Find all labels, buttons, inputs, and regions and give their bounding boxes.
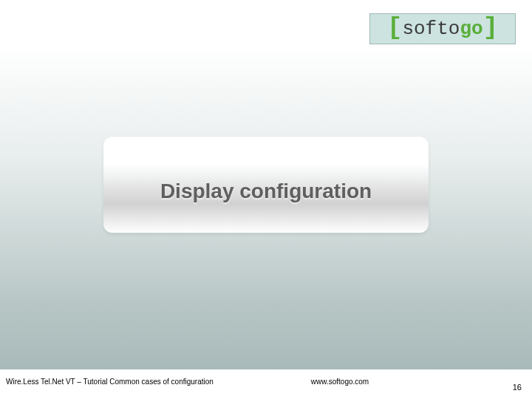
slide: [ sof to go ] Display configuration Wire… bbox=[0, 0, 532, 399]
page-number: 16 bbox=[513, 383, 522, 392]
brand-suffix: go bbox=[460, 18, 482, 40]
bracket-close-icon: ] bbox=[483, 18, 498, 38]
brand-logo: [ sof to go ] bbox=[369, 13, 516, 44]
title-card: Display configuration bbox=[103, 137, 429, 233]
brand-prefix: sof bbox=[402, 18, 437, 40]
footer-url: www.softogo.com bbox=[74, 378, 532, 386]
bracket-open-icon: [ bbox=[387, 18, 402, 38]
brand-logo-text: [ sof to go ] bbox=[387, 18, 498, 40]
brand-mid: to bbox=[437, 18, 460, 40]
slide-title: Display configuration bbox=[160, 180, 372, 203]
footer: Wire.Less Tel.Net VT – Tutorial Common c… bbox=[0, 369, 532, 399]
